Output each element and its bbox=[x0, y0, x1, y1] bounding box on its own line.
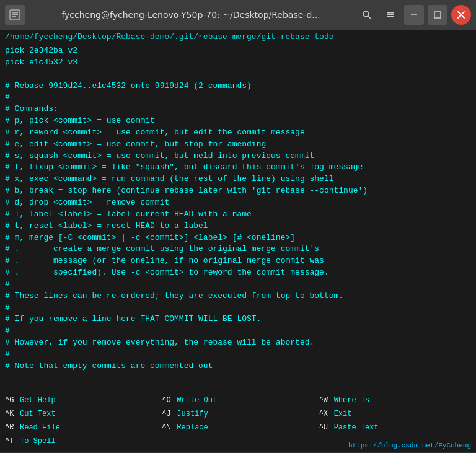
shortcut-write-out: ^O Write Out bbox=[159, 394, 316, 407]
status-url: https://blog.csdn.net/FyCcheng bbox=[348, 442, 471, 449]
titlebar: fyccheng@fycheng-Lenovo-Y50p-70: ~/Deskt… bbox=[0, 0, 476, 30]
editor-content: pick 2e342ba v2 pick e1c4532 v3 # Rebase… bbox=[5, 45, 471, 372]
minimize-button[interactable] bbox=[404, 5, 424, 25]
app-icon bbox=[5, 5, 25, 25]
filepath-bar: /home/fyccheng/Desktop/Rebase-demo/.git/… bbox=[0, 30, 476, 44]
svg-rect-10 bbox=[434, 12, 441, 18]
svg-rect-7 bbox=[387, 14, 394, 15]
shortcut-where-is: ^W Where Is bbox=[317, 394, 474, 407]
svg-rect-1 bbox=[12, 12, 18, 14]
svg-rect-6 bbox=[387, 12, 394, 14]
shortcut-justify: ^J Justify bbox=[159, 407, 316, 421]
window-title: fyccheng@fycheng-Lenovo-Y50p-70: ~/Deskt… bbox=[30, 10, 352, 20]
shortcut-bar: ^G Get Help ^O Write Out ^W Where Is ^K … bbox=[0, 403, 476, 438]
shortcut-replace: ^\ Replace bbox=[159, 421, 316, 434]
shortcut-exit: ^X Exit bbox=[317, 407, 474, 421]
maximize-button[interactable] bbox=[428, 5, 447, 25]
svg-line-5 bbox=[368, 16, 371, 19]
window-controls bbox=[357, 5, 471, 25]
shortcut-cut-text: ^K Cut Text bbox=[2, 407, 159, 421]
shortcut-paste-text: ^U Paste Text bbox=[317, 421, 474, 434]
shortcut-get-help: ^G Get Help bbox=[2, 394, 159, 407]
close-button[interactable] bbox=[451, 5, 471, 25]
svg-rect-3 bbox=[12, 16, 16, 17]
svg-rect-2 bbox=[12, 14, 18, 15]
editor-area[interactable]: pick 2e342ba v2 pick e1c4532 v3 # Rebase… bbox=[0, 44, 476, 403]
search-button[interactable] bbox=[357, 5, 377, 25]
menu-button[interactable] bbox=[381, 5, 400, 25]
shortcut-read-file: ^R Read File bbox=[2, 421, 159, 434]
shortcut-to-spell: ^T To Spell bbox=[2, 434, 159, 448]
svg-rect-8 bbox=[387, 16, 394, 17]
filepath-text: /home/fyccheng/Desktop/Rebase-demo/.git/… bbox=[5, 32, 334, 42]
